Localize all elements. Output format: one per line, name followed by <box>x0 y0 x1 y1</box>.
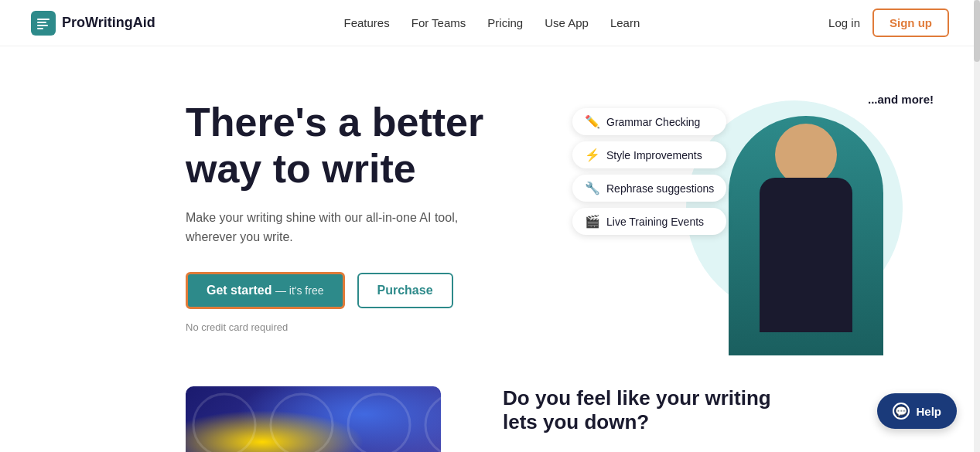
chip-training-icon: 🎬 <box>585 214 600 229</box>
svg-rect-0 <box>37 19 50 20</box>
logo[interactable]: ProWritingAid <box>31 11 155 36</box>
purchase-button[interactable]: Purchase <box>357 273 453 308</box>
nav-pricing[interactable]: Pricing <box>487 16 523 29</box>
help-icon: 💬 <box>893 403 910 420</box>
nav-features[interactable]: Features <box>344 16 390 29</box>
hero-right: ...and more! ⭐ ✏️ Grammar Checking ⚡ Sty… <box>557 77 949 355</box>
brand-name: ProWritingAid <box>62 15 155 31</box>
chip-style-label: Style Improvements <box>606 149 702 161</box>
help-label: Help <box>916 405 941 418</box>
chip-grammar-icon: ✏️ <box>585 114 600 129</box>
bottom-artwork <box>186 386 441 452</box>
get-started-label: Get started <box>207 284 271 297</box>
nav-links: Features For Teams Pricing Use App Learn <box>344 16 640 29</box>
chip-rephrase-label: Rephrase suggestions <box>606 182 714 195</box>
chip-training-label: Live Training Events <box>606 216 704 228</box>
hero-title-line1: There's a better <box>186 100 483 144</box>
navigation: ProWritingAid Features For Teams Pricing… <box>0 0 980 46</box>
chip-training: 🎬 Live Training Events <box>572 208 726 235</box>
hero-title: There's a better way to write <box>186 100 557 192</box>
chip-grammar-label: Grammar Checking <box>606 116 700 128</box>
logo-icon <box>31 11 56 36</box>
no-credit-card-note: No credit card required <box>186 321 557 333</box>
svg-rect-3 <box>37 28 43 29</box>
svg-rect-1 <box>37 22 46 23</box>
and-more-label: ...and more! <box>868 93 934 106</box>
nav-actions: Log in Sign up <box>828 8 949 37</box>
bottom-swirl-art <box>186 386 441 452</box>
chip-rephrase: 🔧 Rephrase suggestions <box>572 175 726 202</box>
nav-learn[interactable]: Learn <box>610 16 640 29</box>
hero-left: There's a better way to write Make your … <box>186 100 557 333</box>
get-started-suffix: — it's free <box>275 284 324 297</box>
bottom-section: Do you feel like your writing lets you d… <box>0 371 980 452</box>
help-button[interactable]: 💬 Help <box>877 393 957 429</box>
bottom-title: Do you feel like your writing lets you d… <box>503 386 794 434</box>
scrollbar-thumb[interactable] <box>974 0 980 62</box>
chip-style: ⚡ Style Improvements <box>572 141 726 168</box>
login-button[interactable]: Log in <box>828 16 860 29</box>
hero-buttons: Get started — it's free Purchase <box>186 272 557 309</box>
chip-grammar: ✏️ Grammar Checking <box>572 108 726 135</box>
scrollbar[interactable] <box>974 0 980 452</box>
hero-title-line2: way to write <box>186 146 416 191</box>
svg-rect-2 <box>37 25 48 26</box>
chip-style-icon: ⚡ <box>585 148 600 162</box>
bottom-text: Do you feel like your writing lets you d… <box>503 386 794 434</box>
nav-use-app[interactable]: Use App <box>545 16 589 29</box>
hero-section: There's a better way to write Make your … <box>0 46 980 371</box>
get-started-button[interactable]: Get started — it's free <box>186 272 345 309</box>
person-body <box>760 178 852 332</box>
chip-rephrase-icon: 🔧 <box>585 181 600 195</box>
person-head <box>775 124 837 185</box>
hero-subtitle: Make your writing shine with our all-in-… <box>186 208 557 247</box>
nav-for-teams[interactable]: For Teams <box>411 16 466 29</box>
hero-person-image <box>729 116 883 355</box>
feature-chips: ✏️ Grammar Checking ⚡ Style Improvements… <box>572 108 726 235</box>
signup-button[interactable]: Sign up <box>872 8 949 37</box>
